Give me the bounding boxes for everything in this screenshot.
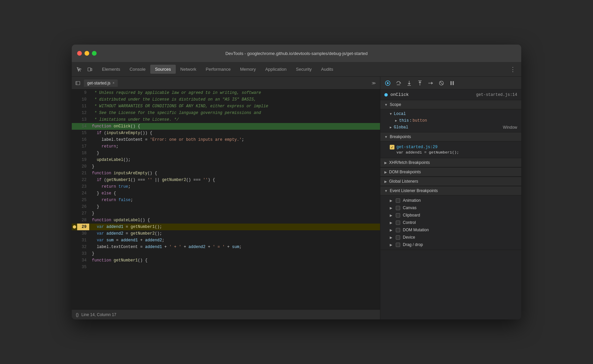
tab-sources[interactable]: Sources [150,65,176,74]
control-label: Control [403,220,416,225]
code-line-16: 16 label.textContent = 'Error: one or bo… [72,136,380,143]
code-line-12: 12 * See the License for the specific la… [72,110,380,116]
more-tabs-button[interactable]: ⋮ [507,64,519,74]
animation-checkbox[interactable] [396,198,400,203]
tab-performance[interactable]: Performance [201,65,235,74]
code-line-14: 14 function onClick() { [72,123,380,130]
pause-on-exceptions-button[interactable] [447,78,457,88]
debug-toolbar [380,77,521,89]
listener-animation[interactable]: ▶ Animation [380,197,521,204]
code-line-11: 11 * WITHOUT WARRANTIES OR CONDITIONS OF… [72,103,380,110]
tab-bar-icons [74,65,95,74]
format-icon[interactable]: {} [76,312,79,317]
code-area[interactable]: 9 * Unless required by applicable law or… [72,89,380,309]
panel-toggle-icon[interactable] [73,78,83,88]
this-item[interactable]: ▶ this : button [380,117,521,124]
global-listeners-section: ▶ Global Listeners [380,177,521,186]
global-listeners-arrow: ▶ [384,180,387,183]
event-listener-content: ▶ Animation ▶ Canvas ▶ Clipboard [380,195,521,250]
breakpoint-checkbox[interactable]: ✓ [390,145,394,149]
device-icon[interactable] [85,65,95,74]
drag-drop-checkbox[interactable] [396,243,400,247]
breakpoint-item-29[interactable]: ✓ get-started.js:29 var addend1 = getNum… [380,143,521,157]
xhr-section: ▶ XHR/fetch Breakpoints [380,158,521,168]
scope-section: ▼ Scope ▼ Local ▶ this : butto [380,100,521,132]
tab-elements[interactable]: Elements [97,65,125,74]
maximize-button[interactable] [92,51,97,56]
code-line-19: 19 updateLabel(); [72,157,380,163]
breakpoints-title: Breakpoints [390,134,411,139]
svg-marker-12 [419,81,421,83]
code-line-13: 13 * limitations under the License. */ [72,116,380,123]
this-arrow: ▶ [395,119,397,123]
scope-header[interactable]: ▼ Scope [380,100,521,109]
breakpoints-arrow: ▼ [384,135,388,139]
control-checkbox[interactable] [396,221,400,225]
xhr-title: XHR/fetch Breakpoints [389,160,430,165]
tab-bar: Elements Console Sources Network Perform… [72,62,521,77]
minimize-button[interactable] [85,51,89,56]
listener-device[interactable]: ▶ Device [380,234,521,241]
device-label: Device [403,235,415,240]
global-arrow: ▶ [390,125,392,129]
breakpoints-header[interactable]: ▼ Breakpoints [380,132,521,141]
canvas-checkbox[interactable] [396,206,400,210]
tab-console[interactable]: Console [125,65,150,74]
code-line-20: 20 } [72,163,380,170]
source-file-close[interactable]: × [112,81,114,85]
global-header[interactable]: ▶ Global Window [380,124,521,131]
code-line-29: 29 var addend1 = getNumber1(); [72,224,380,230]
source-expand-button[interactable]: ≫ [369,79,379,87]
clipboard-checkbox[interactable] [396,213,400,218]
this-key: this [399,118,409,123]
listener-dom-mutation[interactable]: ▶ DOM Mutation [380,226,521,234]
right-sections[interactable]: onClick get-started.js:14 ▼ Scope ▼ Loca… [380,89,521,319]
dom-mutation-checkbox[interactable] [396,228,400,232]
step-into-button[interactable] [405,78,414,88]
step-button[interactable] [426,78,435,88]
listener-clipboard[interactable]: ▶ Clipboard [380,211,521,219]
event-listener-section: ▼ Event Listener Breakpoints ▶ Animation… [380,186,521,250]
code-line-28: 28 function updateLabel() { [72,217,380,224]
tab-network[interactable]: Network [176,65,201,74]
tab-application[interactable]: Application [261,65,291,74]
source-file-tab[interactable]: get-started.js × [84,79,118,87]
right-panel: onClick get-started.js:14 ▼ Scope ▼ Loca… [380,77,521,319]
deactivate-breakpoints-button[interactable] [437,78,446,88]
listener-canvas[interactable]: ▶ Canvas [380,204,521,211]
local-title: Local [394,112,406,116]
main-content: get-started.js × ≫ 9 * Unless required b… [72,77,521,319]
source-tabs: get-started.js × ≫ [72,77,380,89]
event-listener-header[interactable]: ▼ Event Listener Breakpoints [380,186,521,195]
svg-rect-0 [88,68,91,71]
code-line-15: 15 if (inputsAreEmpty()) { [72,130,380,136]
code-line-18: 18 } [72,150,380,157]
close-button[interactable] [77,51,82,56]
svg-marker-9 [408,83,411,85]
step-out-button[interactable] [415,78,425,88]
inspect-icon[interactable] [74,65,84,74]
listener-control[interactable]: ▶ Control [380,219,521,226]
device-checkbox[interactable] [396,235,400,240]
this-value: button [413,118,427,123]
event-listener-arrow: ▼ [384,189,388,193]
dom-breakpoints-section: ▶ DOM Breakpoints [380,168,521,177]
tab-security[interactable]: Security [291,65,316,74]
listener-drag-drop[interactable]: ▶ Drag / drop [380,241,521,248]
code-line-26: 26 } [72,203,380,210]
code-line-10: 10 * distributed under the License is di… [72,96,380,103]
resume-button[interactable] [383,78,392,88]
global-value: Window [503,125,517,130]
dom-breakpoints-header[interactable]: ▶ DOM Breakpoints [380,168,521,177]
xhr-header[interactable]: ▶ XHR/fetch Breakpoints [380,158,521,167]
onclick-label: onClick [390,92,409,97]
svg-marker-6 [399,82,401,83]
devtools-window: DevTools - googlechrome.github.io/devtoo… [72,45,521,319]
step-over-button[interactable] [394,78,403,88]
code-line-9: 9 * Unless required by applicable law or… [72,89,380,96]
global-listeners-header[interactable]: ▶ Global Listeners [380,177,521,186]
tab-audits[interactable]: Audits [316,65,338,74]
local-header[interactable]: ▼ Local [380,111,521,117]
tab-memory[interactable]: Memory [235,65,261,74]
svg-marker-15 [431,82,433,84]
